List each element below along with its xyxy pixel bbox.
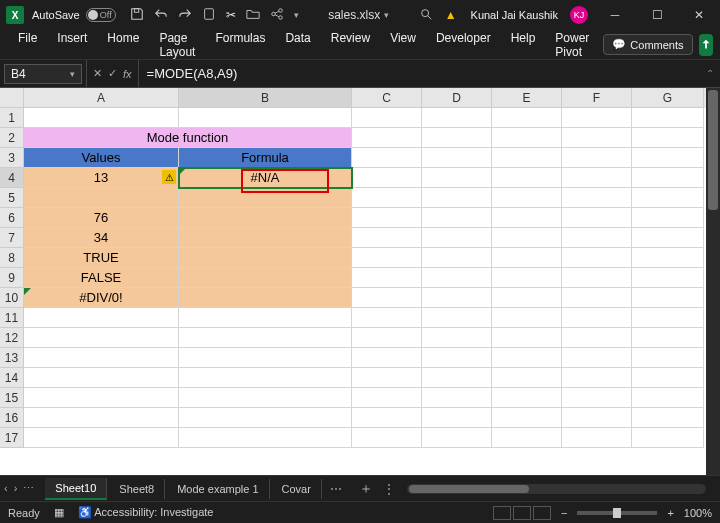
ribbon-tab-insert[interactable]: Insert [49,27,95,63]
cell[interactable] [24,328,179,348]
cell[interactable] [352,308,422,328]
cell[interactable] [422,188,492,208]
cell[interactable] [632,368,704,388]
sheet-more-right-icon[interactable]: ⋯ [324,482,349,496]
ribbon-tab-view[interactable]: View [382,27,424,63]
cell[interactable] [422,408,492,428]
share-button[interactable] [699,34,713,56]
formula-bar-expand-icon[interactable]: ⌃ [700,68,720,79]
cell[interactable] [24,428,179,448]
cell[interactable] [632,408,704,428]
cell[interactable] [492,328,562,348]
cell[interactable] [492,248,562,268]
cell[interactable] [562,368,632,388]
sheet-next-icon[interactable]: › [14,482,18,495]
cell[interactable] [179,348,352,368]
sheet-tab[interactable]: Sheet10 [45,478,107,500]
row-header[interactable]: 7 [0,228,24,248]
cell[interactable] [422,108,492,128]
cell[interactable] [352,108,422,128]
normal-view-button[interactable] [493,506,511,520]
cell[interactable] [632,108,704,128]
cell[interactable] [562,148,632,168]
cell[interactable] [492,108,562,128]
cell[interactable] [179,248,352,268]
zoom-level[interactable]: 100% [684,507,712,519]
search-icon[interactable] [419,7,433,24]
cell[interactable] [179,268,352,288]
cell[interactable] [562,348,632,368]
cell[interactable] [632,268,704,288]
row-header[interactable]: 13 [0,348,24,368]
sheet-more-left-icon[interactable]: ⋯ [23,482,35,495]
cell[interactable] [422,248,492,268]
cell[interactable] [179,308,352,328]
cell[interactable] [422,288,492,308]
zoom-slider[interactable] [577,511,657,515]
cell[interactable] [352,208,422,228]
cell[interactable] [632,388,704,408]
cell[interactable] [492,428,562,448]
cell[interactable] [422,348,492,368]
cell[interactable]: #DIV/0! [24,288,179,308]
name-box[interactable]: B4 ▾ [4,64,82,84]
touch-mode-icon[interactable] [202,7,216,24]
cell[interactable]: 76 [24,208,179,228]
cell[interactable] [179,228,352,248]
filename-dropdown-icon[interactable]: ▾ [384,10,389,20]
cell[interactable] [179,188,352,208]
cell[interactable] [632,168,704,188]
undo-icon[interactable] [154,7,168,24]
user-name-label[interactable]: Kunal Jai Kaushik [471,9,558,21]
cell[interactable] [422,228,492,248]
cell[interactable] [632,308,704,328]
name-box-dropdown-icon[interactable]: ▾ [70,69,75,79]
sheet-menu-icon[interactable]: ⋮ [383,482,395,496]
cell[interactable] [492,168,562,188]
cell[interactable] [492,128,562,148]
cell[interactable] [422,308,492,328]
ribbon-tab-help[interactable]: Help [503,27,544,63]
vertical-scroll-thumb[interactable] [708,90,718,210]
toggle-switch[interactable]: Off [86,8,116,22]
cell[interactable] [179,108,352,128]
cell[interactable] [179,208,352,228]
cell[interactable] [562,248,632,268]
cell[interactable]: Formula [179,148,352,168]
ribbon-tab-review[interactable]: Review [323,27,378,63]
cell[interactable] [352,228,422,248]
comments-button[interactable]: 💬 Comments [603,34,692,55]
ribbon-tab-page-layout[interactable]: Page Layout [151,27,203,63]
redo-icon[interactable] [178,7,192,24]
cell[interactable] [562,288,632,308]
cell[interactable] [24,368,179,388]
column-header[interactable]: D [422,88,492,108]
cell[interactable] [422,208,492,228]
cell[interactable]: Values [24,148,179,168]
cell[interactable] [562,308,632,328]
ribbon-tab-formulas[interactable]: Formulas [207,27,273,63]
cell[interactable] [632,288,704,308]
cut-icon[interactable]: ✂ [226,8,236,22]
cell[interactable] [492,368,562,388]
warning-icon[interactable]: ▲ [445,8,457,22]
cell[interactable] [492,228,562,248]
cell[interactable] [352,148,422,168]
row-header[interactable]: 15 [0,388,24,408]
row-header[interactable]: 6 [0,208,24,228]
zoom-out-button[interactable]: − [561,507,567,519]
row-header[interactable]: 16 [0,408,24,428]
column-header[interactable]: C [352,88,422,108]
column-header[interactable]: A [24,88,179,108]
row-header[interactable]: 11 [0,308,24,328]
cell[interactable] [352,368,422,388]
cell[interactable] [632,148,704,168]
save-icon[interactable] [130,7,144,24]
fx-icon[interactable]: fx [123,68,132,80]
row-header[interactable]: 1 [0,108,24,128]
column-header[interactable]: E [492,88,562,108]
row-header[interactable]: 14 [0,368,24,388]
cancel-formula-icon[interactable]: ✕ [93,67,102,80]
cell[interactable] [352,188,422,208]
minimize-button[interactable]: ─ [600,3,630,27]
